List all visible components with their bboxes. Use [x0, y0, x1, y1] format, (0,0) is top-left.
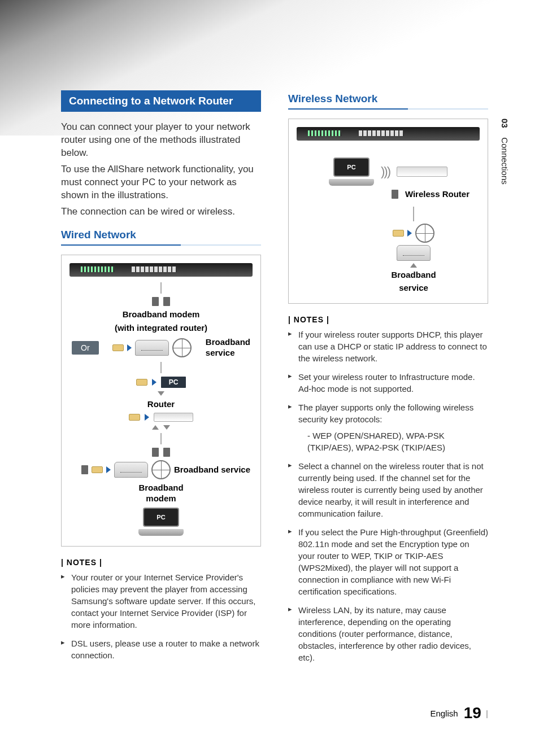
globe-icon — [415, 224, 434, 243]
notes-header-left: | NOTES | — [61, 558, 261, 567]
cable-icon — [136, 379, 147, 386]
wireless-router-label: Wireless Router — [405, 189, 470, 200]
globe-icon — [151, 460, 171, 479]
right-column: Wireless Network PC ))) Wireless Router — [288, 90, 488, 670]
note-right-2: Set your wireless router to Infrastructu… — [288, 371, 488, 395]
broadband-service-label-2: Broadband service — [174, 465, 250, 475]
note-right-4: Select a channel on the wireless router … — [288, 460, 488, 519]
bb-modem-integrated-label-1: Broadband modem — [123, 309, 200, 320]
or-label: Or — [72, 341, 99, 355]
pc-label-wireless: PC — [333, 158, 370, 177]
wireless-title: Wireless Network — [288, 93, 488, 105]
wireless-router-icon — [397, 167, 447, 177]
notes-right: If your wireless router supports DHCP, t… — [288, 329, 488, 663]
arrow-right-icon — [127, 344, 132, 351]
broadband-modem-label-2: modem — [138, 493, 183, 504]
wireless-diagram: PC ))) Wireless Router Broadband s — [288, 119, 488, 304]
section-title: Connecting to a Network Router — [61, 90, 261, 112]
pc-label-2: PC — [143, 508, 179, 527]
router-label: Router — [147, 399, 175, 410]
wired-diagram: Broadband modem (with integrated router)… — [61, 255, 261, 547]
title-rule — [61, 244, 261, 246]
chapter-number: 03 — [500, 119, 510, 128]
modem-icon — [114, 462, 148, 478]
note-right-3-sub: WEP (OPEN/SHARED), WPA-PSK (TKIP/AES), W… — [307, 431, 445, 452]
broadband-modem-label-1: Broadband — [138, 483, 183, 493]
title-rule — [288, 108, 488, 110]
intro-para-3: The connection can be wired or wireless. — [61, 206, 261, 219]
page-content: Connecting to a Network Router You can c… — [0, 0, 539, 670]
modem-icon — [135, 340, 169, 356]
broadband-label-2: service — [399, 283, 428, 294]
intro-para-2: To use the AllShare network functionalit… — [61, 163, 261, 202]
laptop-icon: PC — [138, 508, 184, 536]
note-right-3: The player supports only the following w… — [288, 401, 488, 453]
broadband-service-label: Broadband service — [206, 337, 250, 359]
page-footer: English 19 | — [0, 704, 488, 722]
wifi-signal-icon: ))) — [381, 164, 390, 179]
chapter-title: Connections — [500, 137, 510, 184]
note-right-6: Wireless LAN, by its nature, may cause i… — [288, 604, 488, 663]
router-icon — [154, 413, 193, 422]
globe-icon — [172, 338, 192, 357]
bb-modem-integrated-label-2: (with integrated router) — [115, 323, 207, 334]
player-device-icon — [69, 263, 253, 277]
notes-header-right: | NOTES | — [288, 315, 488, 324]
broadband-label-1: Broadband — [391, 270, 436, 281]
wired-title: Wired Network — [61, 229, 261, 241]
note-right-1: If your wireless router supports DHCP, t… — [288, 329, 488, 364]
note-left-1: Your router or your Internet Service Pro… — [61, 571, 261, 631]
pc-label-1: PC — [161, 377, 186, 388]
player-device-icon — [297, 127, 480, 141]
cable-icon — [112, 344, 124, 351]
modem-icon — [397, 245, 431, 261]
footer-lang: English — [430, 709, 458, 718]
note-left-2: DSL users, please use a router to make a… — [61, 637, 261, 661]
laptop-icon: PC — [329, 158, 374, 186]
notes-left: Your router or your Internet Service Pro… — [61, 571, 261, 661]
side-tab: 03 Connections — [500, 119, 510, 185]
left-column: Connecting to a Network Router You can c… — [61, 90, 261, 670]
intro-para-1: You can connect your player to your netw… — [61, 121, 261, 160]
page-number: 19 — [464, 704, 481, 722]
note-right-5: If you select the Pure High-throughput (… — [288, 526, 488, 597]
